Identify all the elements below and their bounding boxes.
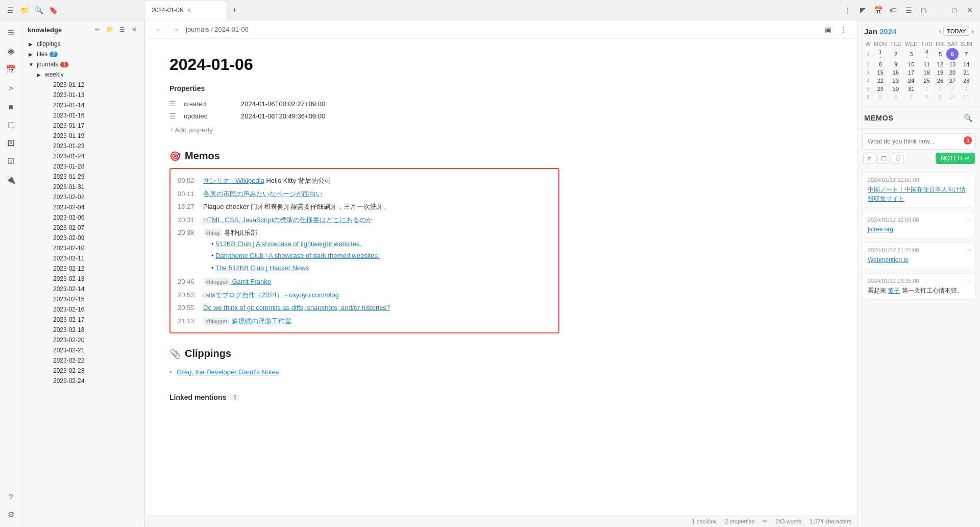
media-icon[interactable]: 🖼 — [3, 135, 19, 151]
cal-day[interactable]: 19 — [934, 68, 946, 77]
sidebar-item-d2023-02-20[interactable]: 2023-02-20 — [22, 335, 144, 345]
sidebar-item-d2023-01-17[interactable]: 2023-01-17 — [22, 121, 144, 131]
cal-day[interactable]: 11 — [919, 60, 934, 68]
dropdown-icon[interactable]: ⋮ — [841, 4, 853, 16]
add-property-btn[interactable]: + Add property — [169, 124, 559, 136]
cal-day[interactable]: 5 — [934, 48, 946, 60]
memo-link[interactable]: 各所の市民の声みたいなページが面白い — [203, 190, 323, 198]
cal-day[interactable]: 27 — [946, 77, 959, 85]
cal-day[interactable]: 5 — [872, 93, 889, 101]
memo-card-inline-link[interactable]: 董子 — [888, 287, 900, 294]
cal-day[interactable]: 1• — [872, 48, 889, 60]
calendar-icon[interactable]: 📅 — [872, 4, 884, 16]
sidebar-item-d2023-02-23[interactable]: 2023-02-23 — [22, 366, 144, 376]
cal-day[interactable]: 4• — [919, 48, 934, 60]
reading-mode-icon[interactable]: ▣ — [822, 23, 834, 36]
sidebar-item-d2023-02-17[interactable]: 2023-02-17 — [22, 315, 144, 325]
memo-card-more[interactable]: ··· — [966, 247, 970, 253]
settings-icon[interactable]: ⚙ — [3, 507, 19, 523]
sidebar-item-files[interactable]: ▶files2 — [22, 49, 144, 59]
sidebar-item-d2023-02-13[interactable]: 2023-02-13 — [22, 274, 144, 284]
cal-day[interactable]: 22 — [872, 77, 889, 85]
memo-link[interactable]: 森境眠の浮游工作室 — [230, 317, 292, 325]
cal-day[interactable]: 31 — [903, 85, 919, 93]
sidebar-item-d2023-02-11[interactable]: 2023-02-11 — [22, 253, 144, 264]
back-btn[interactable]: ← — [153, 23, 165, 36]
memo-link[interactable]: railsでブログ自作（2024） - osyoyu.com/blog — [203, 291, 339, 299]
sidebar-item-d2023-02-24[interactable]: 2023-02-24 — [22, 376, 144, 386]
memo-card-more[interactable]: ··· — [966, 278, 970, 284]
cal-prev-btn[interactable]: ‹ — [939, 27, 942, 35]
sidebar-item-d2023-01-28[interactable]: 2023-01-28 — [22, 161, 144, 172]
sidebar-item-clippings[interactable]: ▶clippings — [22, 39, 144, 49]
cal-day[interactable]: 3 — [946, 85, 959, 93]
sidebar-item-d2023-02-07[interactable]: 2023-02-07 — [22, 223, 144, 233]
tree-expand-icon[interactable]: ☰ — [117, 25, 127, 35]
graph-icon[interactable]: ◉ — [3, 43, 19, 59]
cal-day[interactable]: 21 — [959, 68, 974, 77]
cal-day[interactable]: 12 — [934, 60, 946, 68]
cal-day[interactable]: 9 — [934, 93, 946, 101]
memo-sub-link[interactable]: 512KB Club | A showcase of lightweight w… — [215, 240, 361, 248]
cal-day[interactable]: 24 — [903, 77, 919, 85]
active-tab[interactable]: 2024-01-06 × — [145, 0, 227, 20]
minimize-icon[interactable]: — — [933, 4, 945, 16]
cal-day[interactable]: 6 — [946, 48, 959, 60]
sidebar-item-d2023-02-21[interactable]: 2023-02-21 — [22, 345, 144, 355]
sidebar-item-d2023-02-22[interactable]: 2023-02-22 — [22, 355, 144, 366]
cal-day[interactable]: 1 — [919, 85, 934, 93]
cal-day[interactable]: 25 — [919, 77, 934, 85]
sidebar-item-d2023-01-29[interactable]: 2023-01-29 — [22, 172, 144, 182]
memos-search-icon[interactable]: 🔍 — [962, 112, 974, 124]
cal-day[interactable]: 10 — [903, 60, 919, 68]
edit-icon[interactable]: ✏ — [92, 25, 103, 35]
help-icon[interactable]: ? — [3, 488, 19, 505]
sidebar-item-d2023-02-18[interactable]: 2023-02-18 — [22, 325, 144, 335]
tag-icon[interactable]: 🏷 — [887, 4, 899, 16]
sidebar-item-d2023-02-09[interactable]: 2023-02-09 — [22, 233, 144, 243]
cal-day[interactable]: 15 — [872, 68, 889, 77]
cal-day[interactable]: 11 — [959, 93, 974, 101]
cal-day[interactable]: 30 — [889, 85, 903, 93]
cal-day[interactable]: 2 — [934, 85, 946, 93]
search-icon[interactable]: 🔍 — [33, 4, 45, 16]
sidebar-item-d2023-02-15[interactable]: 2023-02-15 — [22, 294, 144, 304]
journals-icon[interactable]: 📅 — [3, 61, 19, 78]
cal-day[interactable]: 9 — [889, 60, 903, 68]
tasks-icon[interactable]: ☑ — [3, 153, 19, 170]
new-tab-btn[interactable]: + — [227, 6, 242, 15]
memo-hash-btn[interactable]: # — [863, 153, 875, 164]
cal-day[interactable]: 20 — [946, 68, 959, 77]
maximize-icon[interactable]: ◻ — [948, 4, 961, 16]
sidebar-item-d2023-01-12[interactable]: 2023-01-12 — [22, 80, 144, 90]
tab-close-btn[interactable]: × — [187, 6, 191, 14]
sidebar-item-d2023-02-12[interactable]: 2023-02-12 — [22, 264, 144, 274]
cal-day[interactable]: 2 — [889, 48, 903, 60]
memo-link[interactable]: Do we think of git commits as diffs, sna… — [203, 304, 390, 312]
sidebar-close-icon[interactable]: ✕ — [129, 25, 139, 35]
sidebar-item-d2023-02-14[interactable]: 2023-02-14 — [22, 284, 144, 294]
sidebar-item-weekly[interactable]: ▶weekly — [22, 69, 144, 80]
split-view-icon[interactable]: ◤ — [856, 4, 869, 16]
sidebar-toggle-icon[interactable]: ☰ — [4, 4, 16, 16]
cal-day[interactable]: 16 — [889, 68, 903, 77]
memo-card-link[interactable]: Webmention.io — [868, 256, 909, 264]
memo-card-more[interactable]: ··· — [966, 217, 970, 223]
close-window-icon[interactable]: ✕ — [964, 4, 976, 16]
sidebar-item-d2023-01-19[interactable]: 2023-01-19 — [22, 131, 144, 141]
list-icon[interactable]: ☰ — [902, 4, 915, 16]
cal-day[interactable]: 7 — [959, 48, 974, 60]
sidebar-item-d2023-01-16[interactable]: 2023-01-16 — [22, 110, 144, 121]
sidebar-item-d2023-02-06[interactable]: 2023-02-06 — [22, 212, 144, 223]
sidebar-item-d2023-01-24[interactable]: 2023-01-24 — [22, 151, 144, 161]
cal-day[interactable]: 3 — [903, 48, 919, 60]
layout-icon[interactable]: ◻ — [918, 4, 930, 16]
sidebar-item-d2023-01-31[interactable]: 2023-01-31 — [22, 182, 144, 192]
home-icon[interactable]: ☰ — [3, 25, 19, 41]
memo-input[interactable] — [862, 133, 976, 150]
bookmarks-icon[interactable]: 🔖 — [47, 4, 59, 16]
clipping-link[interactable]: Greg, the Developer Garrit's Notes — [177, 367, 279, 377]
noteit-btn[interactable]: NOTEIT ↵ — [936, 153, 975, 164]
cal-day[interactable]: 26 — [934, 77, 946, 85]
memo-sub-link[interactable]: Darktheme Club | A showcase of dark them… — [215, 252, 379, 259]
